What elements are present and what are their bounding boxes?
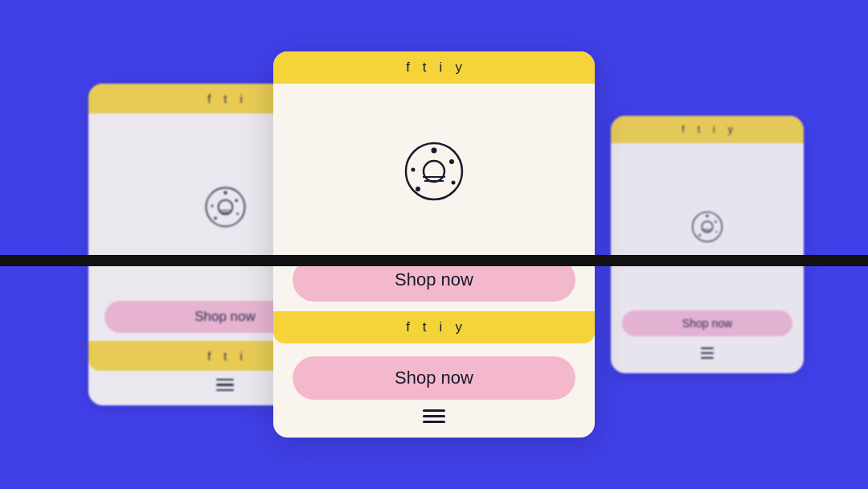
shop-now-button-center-bottom[interactable]: Shop now (293, 356, 575, 400)
twitter-icon-left: t (223, 92, 227, 105)
facebook-icon-left2: f (207, 349, 211, 363)
donut-area-left (203, 113, 248, 301)
svg-point-4 (236, 212, 239, 215)
youtube-icon-right: y (728, 124, 733, 135)
svg-point-1 (218, 199, 232, 214)
donut-logo-right (690, 210, 724, 244)
youtube-icon-center2: y (455, 319, 462, 335)
facebook-icon-left: f (207, 92, 211, 105)
svg-point-13 (716, 231, 718, 232)
facebook-icon-center2: f (406, 319, 410, 335)
instagram-icon-left: i (240, 92, 243, 105)
svg-point-10 (702, 221, 713, 232)
instagram-icon-right: i (713, 124, 715, 135)
donut-logo-left (203, 185, 248, 229)
donut-area-center (402, 84, 466, 258)
twitter-icon-left2: t (223, 349, 227, 363)
svg-point-5 (214, 216, 216, 219)
svg-point-11 (706, 215, 708, 217)
svg-point-12 (714, 220, 717, 223)
donut-area-right (690, 143, 724, 310)
twitter-icon-center: t (423, 60, 427, 76)
svg-point-18 (424, 161, 444, 182)
svg-point-3 (235, 199, 237, 201)
svg-point-14 (698, 234, 701, 236)
svg-point-23 (411, 167, 416, 171)
svg-point-20 (449, 159, 454, 164)
svg-point-22 (416, 187, 420, 191)
svg-point-2 (223, 191, 227, 194)
svg-point-6 (211, 205, 213, 208)
card-right: f t i y Shop now (611, 116, 804, 373)
shop-now-button-right[interactable]: Shop now (622, 310, 792, 336)
twitter-icon-center2: t (423, 319, 427, 335)
social-bar-center-top: f t i y (273, 51, 595, 84)
hamburger-center[interactable] (423, 409, 445, 423)
card-center: f t i y Shop now f t i y Shop (273, 51, 595, 438)
social-bar-center-middle: f t i y (273, 311, 595, 343)
scene: f t i Shop now f t i (0, 0, 868, 489)
facebook-icon-center: f (406, 60, 410, 76)
svg-point-19 (432, 147, 437, 153)
instagram-icon-center: i (440, 60, 443, 76)
facebook-icon-right: f (682, 124, 684, 135)
hamburger-left[interactable] (216, 379, 234, 392)
instagram-icon-center2: i (440, 319, 443, 335)
twitter-icon-right: t (698, 124, 700, 135)
hamburger-right[interactable] (701, 347, 714, 359)
svg-point-21 (452, 180, 456, 184)
social-bar-right-top: f t i y (611, 116, 804, 143)
black-bar (0, 255, 868, 266)
instagram-icon-left2: i (240, 349, 243, 363)
youtube-icon-center: y (455, 60, 462, 76)
donut-logo-center (402, 139, 466, 203)
